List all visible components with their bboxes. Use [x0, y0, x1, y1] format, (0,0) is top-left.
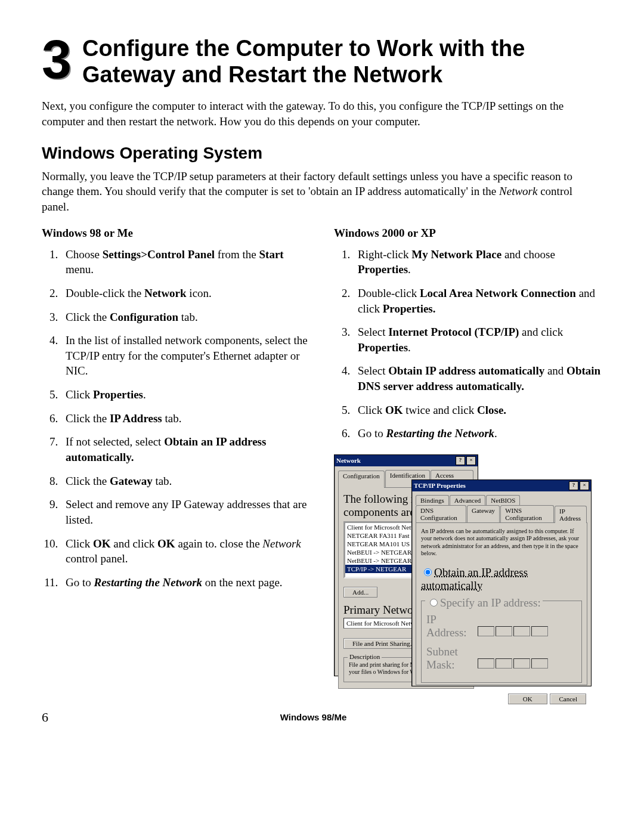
help-icon[interactable]: ? — [569, 481, 578, 490]
right-column: Windows 2000 or XP Right-click My Networ… — [334, 227, 602, 688]
section-title: Configure the Computer to Work with the … — [82, 36, 602, 88]
list-item: Go to Restarting the Network. — [353, 426, 602, 441]
tcpip-properties-window: TCP/IP Properties ? × Bindings Advanced … — [411, 479, 592, 686]
ip-octet[interactable] — [513, 626, 530, 636]
list-item: Select Internet Protocol (TCP/IP) and cl… — [353, 324, 602, 355]
list-item: Click the Configuration tab. — [61, 310, 310, 325]
tab-dns[interactable]: DNS Configuration — [416, 505, 466, 522]
window-title: Network — [336, 457, 361, 464]
titlebar: Network ? × — [335, 455, 478, 466]
cancel-button[interactable]: Cancel — [550, 694, 586, 704]
ip-panel: An IP address can be automatically assig… — [416, 522, 587, 685]
list-item: Click the Gateway tab. — [61, 474, 310, 489]
radio-specify[interactable] — [430, 599, 438, 607]
ip-octet[interactable] — [531, 626, 548, 636]
left-column: Windows 98 or Me Choose Settings>Control… — [42, 227, 310, 688]
add-button[interactable]: Add... — [343, 587, 377, 598]
list-item: Double-click Local Area Network Connecti… — [353, 286, 602, 316]
list-item: Choose Settings>Control Panel from the S… — [61, 247, 310, 277]
list-item: Click OK and click OK again to. close th… — [61, 536, 310, 567]
section-number: 3 — [42, 36, 72, 84]
ip-octet[interactable] — [531, 658, 548, 669]
list-item: Go to Restarting the Network on the next… — [61, 575, 310, 590]
two-columns: Windows 98 or Me Choose Settings>Control… — [42, 227, 602, 688]
list-item: Right-click My Network Place and choose … — [353, 247, 602, 277]
tab-bindings[interactable]: Bindings — [416, 495, 449, 505]
left-steps: Choose Settings>Control Panel from the S… — [42, 247, 310, 590]
tab-configuration[interactable]: Configuration — [338, 471, 385, 488]
ip-octet[interactable] — [496, 658, 512, 669]
radio-obtain-label: Obtain an IP address automatically — [421, 566, 528, 592]
list-item: If not selected, select Obtain an IP add… — [61, 434, 310, 465]
radio-specify-label: Specify an IP address: — [440, 596, 541, 609]
titlebar: TCP/IP Properties ? × — [412, 480, 591, 491]
right-steps: Right-click My Network Place and choose … — [334, 247, 602, 441]
radio-obtain-auto[interactable] — [424, 568, 432, 576]
window-title: TCP/IP Properties — [414, 482, 466, 489]
ip-octet[interactable] — [513, 658, 530, 669]
ip-octet[interactable] — [496, 626, 512, 636]
close-icon[interactable]: × — [580, 481, 589, 490]
tab-row-1: Bindings Advanced NetBIOS — [416, 495, 587, 505]
tab-row-2: DNS Configuration Gateway WINS Configura… — [416, 505, 587, 522]
list-item: Click OK twice and click Close. — [353, 403, 602, 418]
footer-caption: Windows 98/Me — [24, 712, 602, 722]
list-item: Select and remove any IP Gateway address… — [61, 497, 310, 527]
ip-help-text: An IP address can be automatically assig… — [421, 528, 582, 558]
specify-group: Specify an IP address: IP Address: Subne… — [421, 601, 582, 683]
list-item: Select Obtain IP address automatically a… — [353, 363, 602, 394]
subnet-label: Subnet Mask: — [426, 645, 474, 672]
left-col-heading: Windows 98 or Me — [42, 227, 310, 240]
sub-intro: Normally, you leave the TCP/IP setup par… — [42, 169, 602, 215]
intro-paragraph: Next, you configure the computer to inte… — [42, 98, 602, 129]
list-item: In the list of installed network compone… — [61, 333, 310, 379]
footer: 6 Windows 98/Me — [42, 710, 602, 725]
close-icon[interactable]: × — [466, 456, 476, 465]
ip-octet[interactable] — [478, 658, 494, 669]
description-label: Description — [348, 653, 382, 660]
tab-netbios[interactable]: NetBIOS — [486, 495, 520, 505]
tab-gateway[interactable]: Gateway — [467, 505, 500, 522]
section-header: 3 Configure the Computer to Work with th… — [42, 36, 602, 88]
right-col-heading: Windows 2000 or XP — [334, 227, 602, 240]
list-item: Double-click the Network icon. — [61, 286, 310, 301]
tab-ip-address[interactable]: IP Address — [555, 506, 587, 523]
ip-octet[interactable] — [478, 626, 494, 636]
subheading: Windows Operating System — [42, 144, 602, 163]
list-item: Click Properties. — [61, 387, 310, 403]
ok-button[interactable]: OK — [508, 694, 547, 704]
tab-advanced[interactable]: Advanced — [450, 495, 486, 505]
tab-wins[interactable]: WINS Configuration — [500, 505, 554, 522]
help-icon[interactable]: ? — [456, 456, 465, 465]
ip-address-label: IP Address: — [426, 613, 474, 639]
screenshot-figure: Network ? × Configuration Identification… — [334, 450, 602, 688]
list-item: Click the IP Address tab. — [61, 411, 310, 426]
